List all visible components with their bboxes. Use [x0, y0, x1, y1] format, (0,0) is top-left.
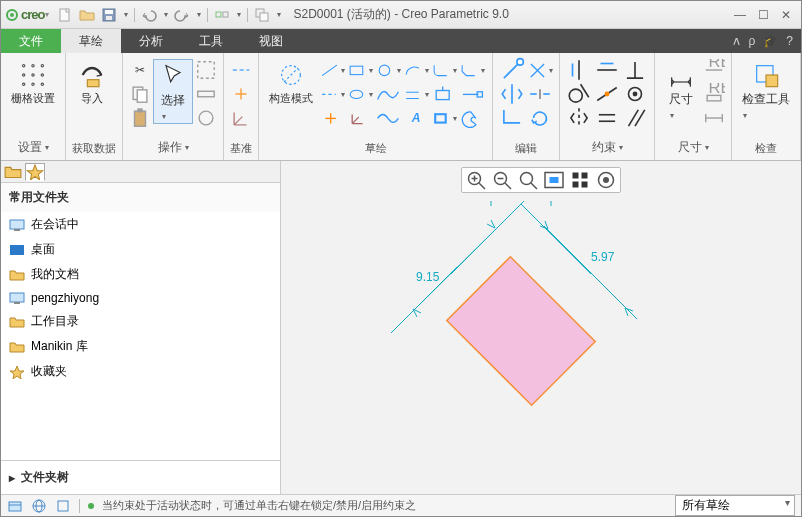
minimize-button[interactable]: —: [734, 8, 746, 22]
nav-tab-folder-icon[interactable]: [3, 163, 23, 181]
folder-user[interactable]: pengzhiyong: [1, 287, 280, 309]
midpoint-icon[interactable]: [594, 83, 620, 105]
learn-icon[interactable]: 🎓: [763, 34, 778, 48]
svg-line-102: [521, 204, 591, 274]
zoom-fit-icon[interactable]: [516, 170, 540, 190]
zoom-out-icon[interactable]: [490, 170, 514, 190]
redo-dropdown-icon[interactable]: ▾: [197, 10, 201, 19]
modify-icon[interactable]: [499, 59, 525, 81]
vertical-icon[interactable]: [566, 59, 592, 81]
display-style-icon[interactable]: [594, 170, 618, 190]
palette-icon[interactable]: [459, 107, 485, 129]
select-button[interactable]: 选择▾: [153, 59, 193, 124]
perimeter-icon[interactable]: [703, 107, 725, 129]
svg-rect-22: [135, 111, 146, 126]
ref-dim-icon[interactable]: REF: [703, 59, 725, 81]
rotate-icon[interactable]: [527, 107, 553, 129]
folder-manikin[interactable]: Manikin 库: [1, 334, 280, 359]
spline2-icon[interactable]: [375, 107, 401, 129]
tab-file[interactable]: 文件: [1, 29, 61, 53]
centerline-icon[interactable]: [230, 59, 252, 81]
offset-icon[interactable]: ▾: [403, 83, 429, 105]
axis-end-icon[interactable]: [459, 83, 485, 105]
status-model-icon[interactable]: [7, 498, 23, 514]
search-icon[interactable]: ρ: [748, 34, 755, 48]
mirror-icon[interactable]: [499, 83, 525, 105]
status-web-icon[interactable]: [31, 498, 47, 514]
regenerate-icon[interactable]: [214, 7, 230, 23]
tangent-icon[interactable]: [566, 83, 592, 105]
import-button[interactable]: 导入: [72, 59, 112, 108]
copy-icon[interactable]: [129, 83, 151, 105]
parallel-icon[interactable]: [622, 107, 648, 129]
maximize-button[interactable]: ☐: [758, 8, 769, 22]
redo-icon[interactable]: [174, 7, 190, 23]
tab-analysis[interactable]: 分析: [121, 29, 181, 53]
text-icon[interactable]: A: [403, 107, 429, 129]
folder-favorites[interactable]: 收藏夹: [1, 359, 280, 384]
select-all-icon[interactable]: [195, 59, 217, 81]
inspect-tool-button[interactable]: 检查工具▾: [738, 59, 794, 122]
line-icon[interactable]: ▾: [319, 59, 345, 81]
save-dropdown-icon[interactable]: ▾: [124, 10, 128, 19]
graphics-canvas[interactable]: 6.44 9.15 5.97: [281, 161, 801, 494]
folder-workdir[interactable]: 工作目录: [1, 309, 280, 334]
rect-icon[interactable]: ▾: [347, 59, 373, 81]
spline-icon[interactable]: [375, 83, 401, 105]
ellipse-icon[interactable]: ▾: [347, 83, 373, 105]
symmetric-icon[interactable]: [566, 107, 592, 129]
arc-icon[interactable]: ▾: [403, 59, 429, 81]
grid-settings-button[interactable]: 栅格设置: [7, 59, 59, 108]
tab-sketch[interactable]: 草绘: [61, 29, 121, 53]
close-button[interactable]: ✕: [781, 8, 791, 22]
help-icon[interactable]: ?: [786, 34, 793, 48]
select-loop-icon[interactable]: [195, 107, 217, 129]
undo-dropdown-icon[interactable]: ▾: [164, 10, 168, 19]
windows-dropdown-icon[interactable]: ▾: [277, 10, 281, 19]
delete-seg-icon[interactable]: ▾: [527, 59, 553, 81]
horizontal-icon[interactable]: [594, 59, 620, 81]
svg-rect-25: [198, 91, 215, 97]
centerline2-icon[interactable]: ▾: [319, 83, 345, 105]
coord2-icon[interactable]: [347, 107, 373, 129]
tab-tools[interactable]: 工具: [181, 29, 241, 53]
cut-icon[interactable]: ✂: [129, 59, 151, 81]
dimension-button[interactable]: 尺寸▾: [661, 59, 701, 122]
paste-icon[interactable]: [129, 107, 151, 129]
collapse-ribbon-icon[interactable]: ʌ: [733, 34, 740, 48]
zoom-in-icon[interactable]: [464, 170, 488, 190]
tab-view[interactable]: 视图: [241, 29, 301, 53]
folder-desktop[interactable]: 桌面: [1, 237, 280, 262]
folder-documents[interactable]: 我的文档: [1, 262, 280, 287]
chamfer-icon[interactable]: ▾: [459, 59, 485, 81]
folder-session[interactable]: 在会话中: [1, 212, 280, 237]
sketch-view-icon[interactable]: [568, 170, 592, 190]
undo-icon[interactable]: [141, 7, 157, 23]
filter-dropdown[interactable]: 所有草绘: [675, 495, 795, 516]
nav-tab-favorites-icon[interactable]: [25, 163, 45, 181]
brand-dropdown-icon[interactable]: ▾: [45, 10, 49, 19]
coord-icon[interactable]: [230, 107, 252, 129]
open-file-icon[interactable]: [79, 7, 95, 23]
equal-icon[interactable]: [594, 107, 620, 129]
point-icon[interactable]: [230, 83, 252, 105]
save-icon[interactable]: [101, 7, 117, 23]
thicken-icon[interactable]: ▾: [431, 107, 457, 129]
project-icon[interactable]: [431, 83, 457, 105]
coincident-icon[interactable]: [622, 83, 648, 105]
fillet-icon[interactable]: ▾: [431, 59, 457, 81]
circle-icon[interactable]: ▾: [375, 59, 401, 81]
select-chain-icon[interactable]: [195, 83, 217, 105]
corner-icon[interactable]: [499, 107, 525, 129]
point2-icon[interactable]: [319, 107, 345, 129]
status-box-icon[interactable]: [55, 498, 71, 514]
windows-icon[interactable]: [254, 7, 270, 23]
perpendicular-icon[interactable]: [622, 59, 648, 81]
refit-icon[interactable]: [542, 170, 566, 190]
regenerate-dropdown-icon[interactable]: ▾: [237, 10, 241, 19]
divide-icon[interactable]: [527, 83, 553, 105]
new-file-icon[interactable]: [57, 7, 73, 23]
baseline-icon[interactable]: REF: [703, 83, 725, 105]
folder-tree-header[interactable]: ▸ 文件夹树: [1, 460, 280, 494]
construct-mode-button[interactable]: 构造模式: [265, 59, 317, 108]
